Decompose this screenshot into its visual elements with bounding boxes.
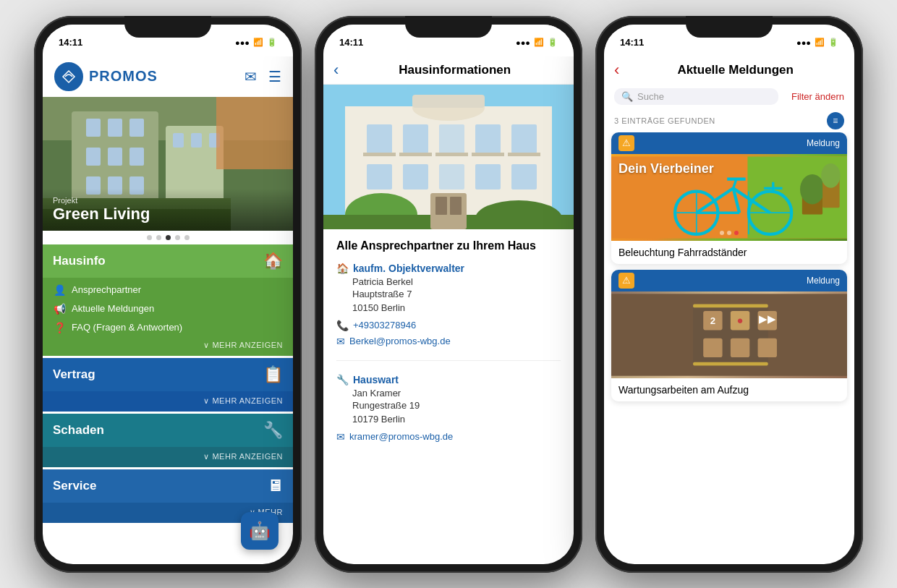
section-header-vertrag[interactable]: Vertrag 📋 bbox=[43, 358, 293, 391]
battery-icon: 🔋 bbox=[267, 38, 277, 47]
screen-3: ‹ Aktuelle Meldungen 🔍 Suche Filter ände… bbox=[604, 56, 854, 564]
svg-rect-27 bbox=[475, 124, 501, 153]
svg-rect-8 bbox=[129, 148, 144, 166]
p3-cards: ⚠ Meldung bbox=[604, 132, 854, 543]
contact-phone-0[interactable]: 📞 +49303278946 bbox=[336, 320, 561, 331]
svg-rect-76 bbox=[758, 338, 777, 357]
card-title-0: Beleuchtung Fahrradständer bbox=[611, 241, 847, 264]
count-row: 3 EINTRÄGE GEFUNDEN ≡ bbox=[604, 109, 854, 132]
phone-3: 14:11 ●●● 📶 🔋 ‹ Aktuelle Meldungen 🔍 Suc… bbox=[595, 16, 863, 573]
svg-rect-43 bbox=[435, 197, 447, 215]
time-3: 14:11 bbox=[620, 37, 644, 48]
person-icon: 👤 bbox=[53, 284, 66, 296]
contact-role-label-0: kaufm. Objektverwalter bbox=[353, 263, 464, 274]
svg-rect-25 bbox=[403, 124, 428, 153]
sort-icon: ≡ bbox=[833, 116, 838, 126]
phone-1: 14:11 ●●● 📶 🔋 PROMOS bbox=[34, 16, 302, 573]
screen-2: ‹ Hausinformationen bbox=[323, 56, 574, 564]
svg-point-62 bbox=[800, 174, 825, 203]
section-vertrag: Vertrag 📋 ∨ MEHR ANZEIGEN bbox=[43, 358, 293, 412]
contact-addr-1: Rungestraße 1910179 Berlin bbox=[352, 399, 561, 427]
dot-3[interactable] bbox=[166, 235, 171, 240]
contact-email-1[interactable]: ✉ kramer@promos-wbg.de bbox=[336, 431, 561, 443]
contact-addr-0: Hauptstraße 710150 Berlin bbox=[352, 287, 561, 315]
card-image-0: Dein Vierbeiner bbox=[611, 154, 847, 241]
svg-rect-35 bbox=[403, 164, 428, 189]
vertrag-more[interactable]: ∨ MEHR ANZEIGEN bbox=[43, 393, 293, 410]
service-icon: 🖥 bbox=[267, 477, 283, 495]
screen-1: PROMOS ✉ ☰ bbox=[43, 56, 293, 564]
hausinfo-item-label-1: Aktuelle Meldungen bbox=[72, 303, 154, 314]
meldung-card-1[interactable]: ⚠ Meldung 2 bbox=[611, 270, 847, 401]
schaden-more[interactable]: ∨ MEHR ANZEIGEN bbox=[43, 448, 293, 466]
hausinfo-item-label-0: Ansprechpartner bbox=[72, 284, 141, 295]
p3-nav: ‹ Aktuelle Meldungen bbox=[604, 56, 854, 84]
back-button-3[interactable]: ‹ bbox=[614, 61, 619, 80]
search-row: 🔍 Suche Filter ändern bbox=[604, 84, 854, 109]
svg-rect-6 bbox=[86, 148, 101, 166]
svg-text:2: 2 bbox=[710, 315, 715, 325]
hausinfo-item-faq[interactable]: ❓ FAQ (Fragen & Antworten) bbox=[43, 318, 293, 337]
svg-point-64 bbox=[821, 163, 840, 187]
back-button[interactable]: ‹ bbox=[333, 61, 339, 80]
card-badge-0: Meldung bbox=[807, 138, 840, 148]
notch-2 bbox=[405, 16, 492, 38]
hausinfo-items: 👤 Ansprechpartner 📢 Aktuelle Meldungen ❓… bbox=[43, 278, 293, 356]
filter-link[interactable]: Filter ändern bbox=[791, 91, 844, 102]
card-image-1: 2 ● ▶▶ bbox=[611, 291, 847, 378]
svg-rect-18 bbox=[216, 97, 293, 169]
time-1: 14:11 bbox=[59, 37, 82, 48]
signal-icon-3: ●●● bbox=[796, 38, 811, 47]
svg-rect-7 bbox=[108, 148, 122, 166]
svg-rect-28 bbox=[511, 124, 537, 153]
status-icons-1: ●●● 📶 🔋 bbox=[235, 38, 277, 47]
sort-button[interactable]: ≡ bbox=[827, 112, 844, 129]
battery-icon-2: 🔋 bbox=[548, 38, 558, 47]
mail-icon[interactable]: ✉ bbox=[245, 68, 257, 85]
svg-rect-14 bbox=[191, 133, 202, 148]
card-badge-row-1: ⚠ Meldung bbox=[611, 270, 847, 291]
status-icons-2: ●●● 📶 🔋 bbox=[516, 38, 558, 47]
section-header-schaden[interactable]: Schaden 🔧 bbox=[43, 414, 293, 447]
email-icon-0: ✉ bbox=[336, 336, 345, 347]
building-photo bbox=[323, 85, 574, 229]
damage-icon: 🔧 bbox=[263, 421, 283, 440]
dot-2[interactable] bbox=[156, 235, 161, 240]
section-label-vertrag: Vertrag bbox=[53, 367, 95, 382]
svg-rect-29 bbox=[363, 153, 396, 156]
search-bar[interactable]: 🔍 Suche bbox=[614, 88, 778, 105]
contact-role-1: 🔧 Hauswart bbox=[336, 374, 561, 385]
contact-email-0[interactable]: ✉ Berkel@promos-wbg.de bbox=[336, 336, 561, 347]
chatbot-button[interactable]: 🤖 bbox=[241, 512, 279, 550]
hausinfo-item-meldungen[interactable]: 📢 Aktuelle Meldungen bbox=[43, 299, 293, 318]
home-icon: 🏠 bbox=[263, 252, 283, 270]
hausinfo-item-ansprechpartner[interactable]: 👤 Ansprechpartner bbox=[43, 281, 293, 299]
hausinfo-more[interactable]: ∨ MEHR ANZEIGEN bbox=[43, 337, 293, 354]
warning-icon-1: ⚠ bbox=[618, 273, 634, 289]
card-overlay-0: Dein Vierbeiner bbox=[618, 161, 714, 176]
dot-4[interactable] bbox=[175, 235, 180, 240]
p2-section-title: Alle Ansprechpartner zu Ihrem Haus bbox=[336, 239, 561, 252]
dot-5[interactable] bbox=[184, 235, 190, 240]
notch-1 bbox=[124, 16, 211, 38]
warning-icon-0: ⚠ bbox=[618, 135, 634, 151]
svg-text:●: ● bbox=[737, 313, 744, 325]
phone-icon: 📞 bbox=[336, 320, 349, 331]
svg-rect-37 bbox=[475, 164, 501, 189]
svg-rect-4 bbox=[108, 119, 122, 137]
card-badge-1: Meldung bbox=[807, 276, 840, 286]
wifi-icon-2: 📶 bbox=[534, 38, 544, 47]
svg-rect-30 bbox=[399, 153, 432, 156]
svg-rect-34 bbox=[367, 164, 392, 189]
dot-1[interactable] bbox=[147, 235, 152, 240]
svg-rect-5 bbox=[129, 119, 144, 137]
signal-icon: ●●● bbox=[235, 38, 250, 47]
contact-phone-value-0: +49303278946 bbox=[353, 320, 416, 331]
menu-icon[interactable]: ☰ bbox=[268, 68, 281, 85]
section-header-hausinfo[interactable]: Hausinfo 🏠 bbox=[43, 244, 293, 278]
p2-page-title: Hausinformationen bbox=[346, 63, 564, 77]
hero-title: Green Living bbox=[53, 205, 283, 223]
meldung-card-0[interactable]: ⚠ Meldung bbox=[611, 132, 847, 264]
svg-rect-44 bbox=[450, 197, 462, 215]
section-header-service[interactable]: Service 🖥 bbox=[43, 469, 293, 503]
